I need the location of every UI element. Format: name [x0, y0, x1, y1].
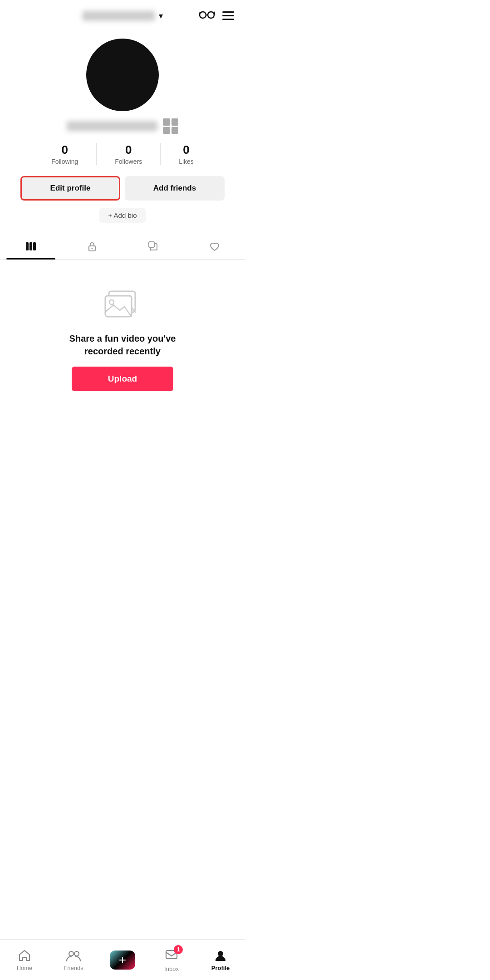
profile-username — [67, 121, 157, 131]
tab-reposts[interactable] — [122, 234, 184, 259]
tab-videos[interactable] — [0, 234, 61, 259]
empty-state-title: Share a fun video you'verecorded recentl… — [69, 332, 176, 358]
svg-point-9 — [91, 248, 93, 249]
following-count: 0 — [61, 143, 68, 157]
following-label: Following — [51, 158, 78, 165]
username-display — [83, 11, 155, 21]
menu-icon[interactable] — [222, 11, 234, 20]
svg-rect-10 — [149, 242, 154, 247]
chevron-down-icon: ▾ — [159, 11, 163, 21]
avatar[interactable] — [86, 39, 159, 111]
profile-buttons: Edit profile Add friends — [0, 176, 245, 201]
svg-rect-7 — [33, 242, 36, 250]
upload-button[interactable]: Upload — [72, 367, 173, 391]
svg-rect-14 — [105, 296, 132, 317]
svg-rect-6 — [29, 242, 32, 250]
svg-rect-5 — [26, 242, 29, 250]
likes-label: Likes — [179, 158, 194, 165]
avatar-section — [0, 28, 245, 118]
empty-state-icon — [100, 287, 145, 323]
svg-line-3 — [199, 12, 200, 15]
followers-count: 0 — [125, 143, 132, 157]
svg-point-0 — [200, 12, 206, 18]
top-bar: ▾ — [0, 0, 245, 28]
svg-line-4 — [214, 12, 215, 15]
stat-followers[interactable]: 0 Followers — [97, 143, 161, 165]
qr-code-icon[interactable] — [163, 118, 178, 134]
glasses-icon[interactable] — [199, 8, 215, 23]
stat-likes[interactable]: 0 Likes — [161, 143, 212, 165]
add-bio-button[interactable]: + Add bio — [99, 208, 146, 223]
header-username-area[interactable]: ▾ — [83, 11, 163, 21]
empty-state: Share a fun video you'verecorded recentl… — [0, 260, 245, 409]
edit-profile-button[interactable]: Edit profile — [20, 176, 120, 201]
likes-count: 0 — [183, 143, 189, 157]
add-bio-section: + Add bio — [0, 208, 245, 223]
stats-row: 0 Following 0 Followers 0 Likes — [0, 143, 245, 165]
svg-point-1 — [208, 12, 214, 18]
tab-likes[interactable] — [184, 234, 245, 259]
content-tabs — [0, 234, 245, 260]
add-friends-button[interactable]: Add friends — [125, 176, 225, 201]
stat-following[interactable]: 0 Following — [33, 143, 97, 165]
username-row — [0, 118, 245, 134]
followers-label: Followers — [115, 158, 142, 165]
tab-private[interactable] — [61, 234, 122, 259]
